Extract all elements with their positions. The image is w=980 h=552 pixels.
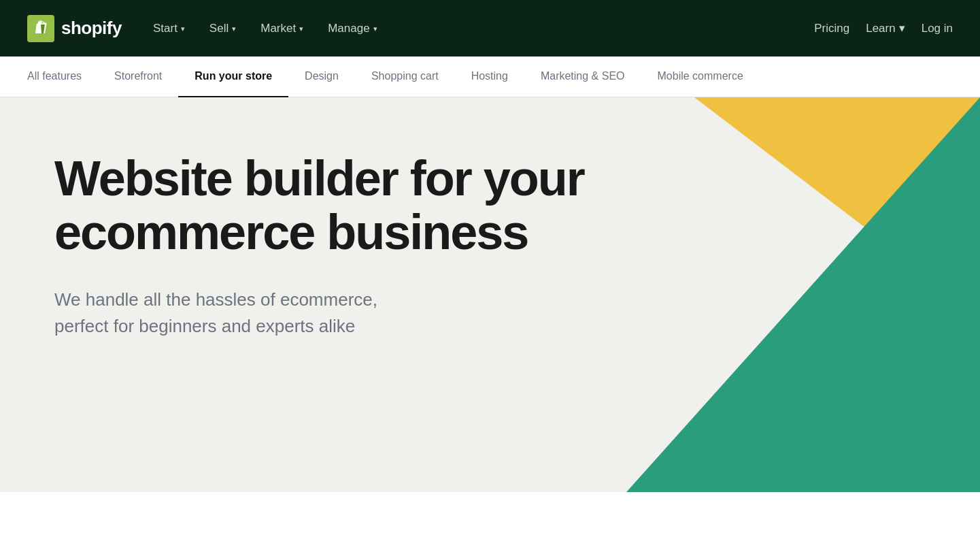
nav-item-sell[interactable]: Sell ▾ bbox=[200, 16, 246, 41]
sec-nav-run-your-store[interactable]: Run your store bbox=[178, 57, 288, 97]
top-navigation: shopify Start ▾ Sell ▾ Market ▾ Manage ▾… bbox=[0, 0, 980, 56]
chevron-down-icon: ▾ bbox=[299, 25, 303, 33]
hero-decorative-shapes bbox=[572, 97, 980, 492]
nav-left: shopify Start ▾ Sell ▾ Market ▾ Manage ▾ bbox=[27, 15, 387, 42]
chevron-down-icon: ▾ bbox=[899, 21, 905, 35]
hero-subtitle: We handle all the hassles of ecommerce, … bbox=[54, 287, 435, 340]
logo[interactable]: shopify bbox=[27, 15, 122, 42]
nav-pricing-link[interactable]: Pricing bbox=[814, 22, 849, 35]
chevron-down-icon: ▾ bbox=[232, 25, 236, 33]
sec-nav-marketing-seo[interactable]: Marketing & SEO bbox=[524, 57, 641, 97]
nav-item-manage[interactable]: Manage ▾ bbox=[318, 16, 386, 41]
nav-item-start[interactable]: Start ▾ bbox=[143, 16, 195, 41]
main-nav-items: Start ▾ Sell ▾ Market ▾ Manage ▾ bbox=[143, 16, 387, 41]
chevron-down-icon: ▾ bbox=[373, 25, 377, 33]
teal-triangle-shape bbox=[626, 97, 980, 492]
sec-nav-all-features[interactable]: All features bbox=[27, 57, 98, 97]
chevron-down-icon: ▾ bbox=[181, 25, 185, 33]
nav-right: Pricing Learn ▾ Log in bbox=[814, 21, 953, 35]
sec-nav-shopping-cart[interactable]: Shopping cart bbox=[355, 57, 455, 97]
sec-nav-mobile-commerce[interactable]: Mobile commerce bbox=[641, 57, 760, 97]
sec-nav-storefront[interactable]: Storefront bbox=[98, 57, 178, 97]
sec-nav-hosting[interactable]: Hosting bbox=[455, 57, 524, 97]
hero-title: Website builder for your ecommerce busin… bbox=[54, 152, 612, 259]
sec-nav-design[interactable]: Design bbox=[288, 57, 355, 97]
hero-content: Website builder for your ecommerce busin… bbox=[54, 152, 612, 340]
shopify-logo-icon bbox=[27, 15, 54, 42]
hero-section: Website builder for your ecommerce busin… bbox=[0, 97, 980, 492]
nav-item-market[interactable]: Market ▾ bbox=[251, 16, 313, 41]
logo-text: shopify bbox=[61, 18, 122, 39]
secondary-navigation: All features Storefront Run your store D… bbox=[0, 56, 980, 97]
nav-login-link[interactable]: Log in bbox=[922, 22, 953, 35]
nav-learn-link[interactable]: Learn ▾ bbox=[866, 21, 905, 35]
